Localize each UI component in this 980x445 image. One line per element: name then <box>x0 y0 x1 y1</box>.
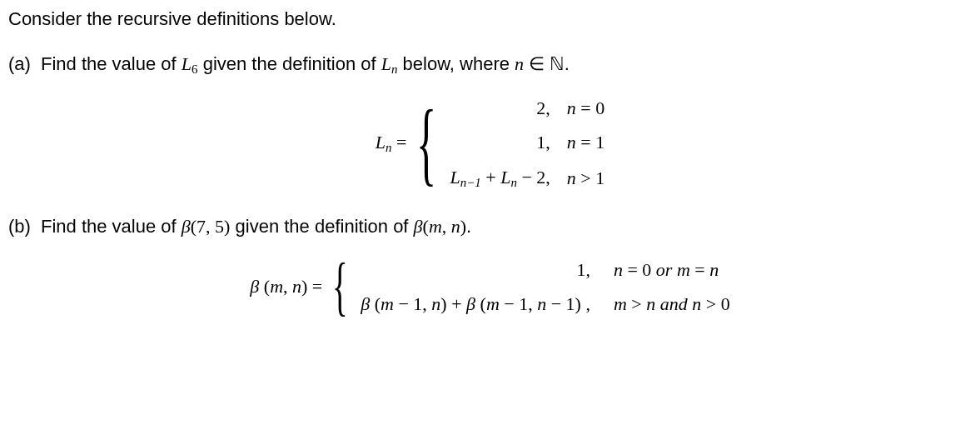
equation-a: Ln = { 2, n = 0 1, n = 1 Ln−1 + Ln − 2, … <box>8 96 972 191</box>
part-b-text-before: Find the value of <box>41 216 182 237</box>
beta-symbol-2: β <box>414 216 423 237</box>
left-brace-icon-b: { <box>332 262 341 312</box>
sub-6: 6 <box>192 62 197 75</box>
period: . <box>565 53 570 74</box>
problem-intro: Consider the recursive definitions below… <box>8 7 972 32</box>
b-case2-val: β (m − 1, n) + β (m − 1, n − 1) , <box>361 292 590 317</box>
part-b-text-mid: given the definition of <box>236 216 414 237</box>
cases-b: 1, n = 0 or m = n β (m − 1, n) + β (m − … <box>361 258 729 317</box>
element-of: ∈ <box>529 53 550 74</box>
b-case1-cond: n = 0 or m = n <box>614 258 730 282</box>
intro-text: Consider the recursive definitions below… <box>8 8 336 29</box>
case3-val: Ln−1 + Ln − 2, <box>450 165 550 191</box>
part-a-text-after: below, where <box>403 53 515 74</box>
case1-val: 2, <box>450 96 550 121</box>
eq-b-lhs: β (m, n) = <box>250 274 322 299</box>
part-b-label: (b) <box>8 216 31 237</box>
b-case2-cond: m > n and n > 0 <box>614 292 730 317</box>
part-b: (b) Find the value of β(7, 5) given the … <box>8 214 972 239</box>
n-var: n <box>515 53 524 74</box>
case3-cond: n > 1 <box>567 166 604 191</box>
left-brace-icon: { <box>416 109 427 177</box>
natural-numbers: ℕ <box>550 53 565 74</box>
args-m-n: (m, n) <box>423 216 467 237</box>
lhs-L: L <box>376 132 386 152</box>
eq-sign: = <box>392 132 407 152</box>
part-a-text-before: Find the value of <box>41 53 182 74</box>
sub-n: n <box>391 62 397 75</box>
b-case1-val: 1, <box>361 258 590 282</box>
eq-a-lhs: Ln = <box>376 130 407 156</box>
part-a-label: (a) <box>8 53 31 74</box>
case2-val: 1, <box>450 130 550 155</box>
case1-cond: n = 0 <box>567 96 604 121</box>
part-a-text-mid: given the definition of <box>203 53 381 74</box>
equation-b: β (m, n) = { 1, n = 0 or m = n β (m − 1,… <box>8 258 972 317</box>
lhs-sub: n <box>386 141 391 154</box>
args-7-5: (7, 5) <box>191 216 231 237</box>
case2-cond: n = 1 <box>567 130 604 155</box>
beta-symbol: β <box>182 216 191 237</box>
L-symbol: L <box>182 53 192 74</box>
L-symbol-2: L <box>381 53 391 74</box>
period-b: . <box>466 216 471 237</box>
part-a: (a) Find the value of L6 given the defin… <box>8 52 972 78</box>
cases-a: 2, n = 0 1, n = 1 Ln−1 + Ln − 2, n > 1 <box>450 96 604 191</box>
